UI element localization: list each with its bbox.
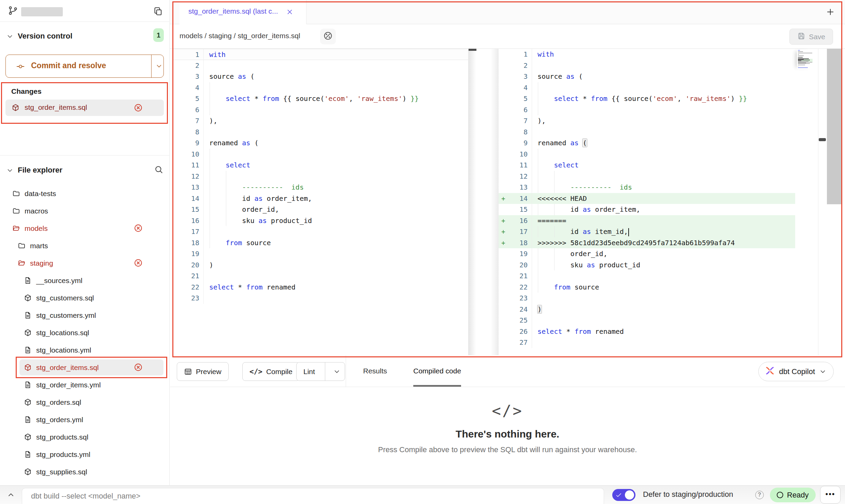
code-line-23[interactable]: 23 <box>499 293 795 304</box>
code-line-10[interactable]: 10 <box>172 149 468 160</box>
close-icon[interactable] <box>286 8 293 17</box>
code-line-12[interactable]: 12 <box>172 171 468 182</box>
right-scrollbar-thumb[interactable] <box>819 138 826 141</box>
tree-file-stg_supplies.sql[interactable]: stg_supplies.sql <box>0 463 169 480</box>
tab-stg-order-items[interactable]: stg_order_items.sql (last c... <box>180 0 306 24</box>
left-scrollbar-thumb[interactable] <box>469 49 476 51</box>
code-line-14[interactable]: 14 id as order_item, <box>172 193 468 204</box>
code-line-6[interactable]: 6 <box>499 104 795 116</box>
code-line-7[interactable]: 7), <box>499 115 795 127</box>
code-line-18[interactable]: 18 from source <box>172 237 468 249</box>
code-line-17[interactable]: +17 id as item_id, <box>499 226 795 237</box>
tree-file-stg_locations.yml[interactable]: stg_locations.yml <box>0 341 169 359</box>
tree-file-__sources.yml[interactable]: __sources.yml <box>0 272 169 289</box>
discard-change-icon[interactable] <box>134 103 143 114</box>
code-line-9[interactable]: 9renamed as ( <box>172 137 468 149</box>
chevron-up-icon[interactable] <box>7 491 15 500</box>
code-line-19[interactable]: 19 <box>172 248 468 260</box>
new-tab-plus-icon[interactable] <box>826 8 835 18</box>
commit-and-resolve-button[interactable]: Commit and resolve <box>5 55 164 78</box>
code-line-7[interactable]: 7), <box>172 115 468 127</box>
view-lineage-button[interactable] <box>320 29 336 44</box>
code-line-22[interactable]: 22select * from renamed <box>172 282 468 293</box>
changed-file-row[interactable]: stg_order_items.sql <box>5 100 164 116</box>
code-line-20[interactable]: 20) <box>172 260 468 271</box>
code-line-3[interactable]: 3source as ( <box>499 71 795 82</box>
code-line-8[interactable]: 8 <box>499 127 795 138</box>
code-line-11[interactable]: 11 select <box>499 160 795 171</box>
code-line-22[interactable]: 22 from source <box>499 282 795 293</box>
code-line-19[interactable]: 19 order_id, <box>499 248 795 260</box>
tree-folder-data-tests[interactable]: data-tests <box>0 185 169 202</box>
discard-change-icon[interactable] <box>134 258 143 269</box>
code-line-16[interactable]: 16 sku as product_id <box>172 215 468 226</box>
tree-file-stg_products.yml[interactable]: stg_products.yml <box>0 446 169 463</box>
code-line-4[interactable]: 4 <box>499 82 795 93</box>
code-line-20[interactable]: 20 sku as product_id <box>499 260 795 271</box>
lint-button[interactable]: Lint <box>296 362 345 381</box>
minimap[interactable] <box>797 49 813 69</box>
code-line-5[interactable]: 5 select * from {{ source('ecom', 'raw_i… <box>499 93 795 104</box>
file-explorer-header[interactable]: File explorer <box>0 163 169 178</box>
code-line-26[interactable]: 26select * from renamed <box>499 326 795 337</box>
copy-files-icon[interactable] <box>153 6 163 17</box>
tree-file-stg_orders.sql[interactable]: stg_orders.sql <box>0 394 169 411</box>
code-line-16[interactable]: +16======= <box>499 215 795 226</box>
discard-change-icon[interactable] <box>134 363 143 373</box>
code-line-5[interactable]: 5 select * from {{ source('ecom', 'raw_i… <box>172 93 468 104</box>
code-line-23[interactable]: 23 <box>172 293 468 304</box>
tree-folder-macros[interactable]: macros <box>0 202 169 220</box>
code-line-10[interactable]: 10 <box>499 149 795 160</box>
code-line-2[interactable]: 2 <box>499 60 795 71</box>
code-line-6[interactable]: 6 <box>172 104 468 116</box>
chevron-down-icon[interactable] <box>155 62 163 71</box>
editor-pane-working[interactable]: 1with23source as (45 select * from {{ so… <box>499 49 818 355</box>
tree-file-stg_order_items.yml[interactable]: stg_order_items.yml <box>0 376 169 394</box>
discard-change-icon[interactable] <box>134 224 143 234</box>
code-line-13[interactable]: 13 ---------- ids <box>499 182 795 193</box>
code-line-21[interactable]: 21 <box>499 270 795 282</box>
tree-folder-models[interactable]: models <box>0 220 169 237</box>
tab-results[interactable]: Results <box>363 355 387 387</box>
tree-file-stg_products.sql[interactable]: stg_products.sql <box>0 428 169 446</box>
defer-toggle[interactable] <box>612 489 635 501</box>
code-line-15[interactable]: 15 order_id, <box>172 204 468 215</box>
code-line-14[interactable]: +14<<<<<<< HEAD <box>499 193 795 204</box>
compile-button[interactable]: </> Compile <box>242 362 300 381</box>
code-line-21[interactable]: 21 <box>172 270 468 282</box>
code-line-17[interactable]: 17 <box>172 226 468 237</box>
save-button[interactable]: Save <box>789 29 833 45</box>
code-line-25[interactable]: 25 <box>499 315 795 326</box>
help-icon[interactable]: ? <box>755 491 764 499</box>
code-line-4[interactable]: 4 <box>172 82 468 93</box>
tree-folder-staging[interactable]: staging <box>0 254 169 272</box>
code-line-1[interactable]: 1with <box>499 49 795 60</box>
ready-status-badge[interactable]: Ready <box>770 488 816 502</box>
tree-file-stg_locations.sql[interactable]: stg_locations.sql <box>0 324 169 341</box>
code-line-27[interactable]: 27 <box>499 337 795 348</box>
tree-file-stg_customers.yml[interactable]: stg_customers.yml <box>0 307 169 324</box>
tree-file-stg_order_items.sql[interactable]: stg_order_items.sql <box>0 359 169 376</box>
code-line-18[interactable]: +18>>>>>>> 58c1dd23d5eebd9cd2495fa7124ab… <box>499 237 795 249</box>
code-line-1[interactable]: 1with <box>172 49 468 60</box>
code-line-24[interactable]: 24) <box>499 304 795 315</box>
code-line-8[interactable]: 8 <box>172 127 468 138</box>
editor-pane-original[interactable]: 1with23source as (45 select * from {{ so… <box>172 49 468 355</box>
code-line-13[interactable]: 13 ---------- ids <box>172 182 468 193</box>
more-options-button[interactable]: ••• <box>820 486 841 504</box>
overview-scrollbar[interactable] <box>827 49 842 204</box>
tree-folder-marts[interactable]: marts <box>0 237 169 254</box>
code-line-12[interactable]: 12 <box>499 171 795 182</box>
code-line-2[interactable]: 2 <box>172 60 468 71</box>
code-line-3[interactable]: 3source as ( <box>172 71 468 82</box>
code-line-9[interactable]: 9renamed as ( <box>499 137 795 149</box>
tree-file-stg_orders.yml[interactable]: stg_orders.yml <box>0 411 169 428</box>
search-icon[interactable] <box>154 165 163 175</box>
chevron-down-icon[interactable] <box>329 368 345 375</box>
preview-button[interactable]: Preview <box>177 362 229 381</box>
version-control-header[interactable]: Version control 1 <box>0 29 169 44</box>
code-line-15[interactable]: 15 id as order_item, <box>499 204 795 215</box>
code-line-11[interactable]: 11 select <box>172 160 468 171</box>
dbt-command-input[interactable]: dbt build --select <model_name> <box>22 488 604 504</box>
tree-file-stg_customers.sql[interactable]: stg_customers.sql <box>0 289 169 307</box>
